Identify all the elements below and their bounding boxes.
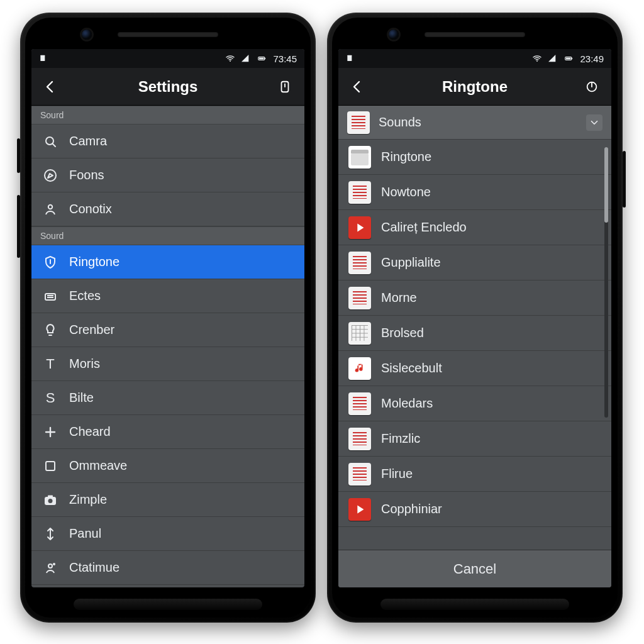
ringtone-item[interactable]: Copphiniar [338, 492, 611, 527]
ringtone-item-label: Flirue [381, 467, 413, 481]
ringtone-item[interactable]: Nowtone [338, 175, 611, 210]
app-bar: Ringtone [338, 68, 611, 106]
ringtone-item-label: Gupplialite [381, 255, 441, 270]
section-header: Sourd [31, 226, 304, 245]
shield-icon [42, 253, 59, 271]
signal-icon [240, 53, 250, 64]
settings-list: Sourd Camra Foons Conotix Sourd Ringtone… [31, 106, 304, 587]
cancel-label: Cancel [453, 561, 496, 577]
page-title: Ringtone [369, 78, 581, 96]
app-bar: Settings [31, 68, 304, 106]
ringtone-item[interactable]: Flirue [338, 457, 611, 492]
settings-item-label: Ringtone [69, 255, 119, 269]
bulb-icon [42, 321, 59, 339]
settings-item-ommeave[interactable]: Ommeave [31, 449, 304, 483]
back-button[interactable] [347, 76, 369, 97]
battery-icon [255, 54, 268, 63]
settings-item-label: Camra [69, 134, 107, 148]
wifi-icon [532, 53, 542, 64]
doc-icon [347, 111, 370, 134]
ringtone-item[interactable]: Fimzlic [338, 421, 611, 457]
doc-icon [348, 428, 371, 450]
doc-icon [348, 463, 371, 486]
search-icon [42, 133, 59, 150]
ringtone-item[interactable]: Gupplialite [338, 245, 611, 280]
settings-item-label: Moris [69, 357, 100, 371]
ringtone-list[interactable]: Ringtone Nowtone Calireț Encledo Gupplia… [338, 140, 611, 550]
glyph-icon: S [42, 390, 59, 406]
chevron-down-icon [586, 114, 602, 131]
settings-item-conotix[interactable]: Conotix [31, 192, 304, 226]
settings-item-crenber[interactable]: Crenber [31, 313, 304, 347]
settings-item-ctatimue[interactable]: Ctatimue [31, 551, 304, 585]
settings-item-cheard[interactable]: Cheard [31, 415, 304, 449]
music-icon [348, 357, 371, 380]
ringtone-item-label: Brolsed [381, 326, 424, 340]
play-icon [348, 498, 371, 521]
section-header: Sourd [31, 106, 304, 125]
status-time: 73:45 [273, 53, 297, 64]
settings-item-moris[interactable]: T Moris [31, 347, 304, 381]
phone-settings: 73:45 Settings Sourd Camra Foons Conotix [20, 13, 316, 623]
power-button[interactable] [581, 76, 602, 97]
settings-item-ringtone[interactable]: Ringtone [31, 245, 304, 279]
doc-icon [348, 181, 371, 204]
plus-icon [42, 423, 59, 441]
ringtone-item-label: Fimzlic [381, 431, 420, 446]
ringtone-item-label: Nowtone [381, 185, 431, 199]
updown-icon [42, 525, 59, 543]
ringtone-item-label: Copphiniar [381, 502, 442, 516]
settings-item-zimple[interactable]: Zimple [31, 483, 304, 517]
person-icon [42, 201, 59, 218]
ringtone-item-label: Sislecebult [381, 361, 442, 375]
signal-icon [547, 53, 557, 64]
ringtone-item[interactable]: Calireț Encledo [338, 210, 611, 245]
back-button[interactable] [40, 76, 62, 97]
ringtone-item-label: Calireț Encledo [381, 220, 467, 235]
settings-item-label: Zimple [69, 492, 107, 507]
status-note-icon [39, 54, 48, 63]
ringtone-item[interactable]: Ringtone [338, 140, 611, 175]
scrollbar[interactable] [604, 147, 608, 418]
personpin-icon [42, 559, 59, 577]
glyph-icon: T [42, 356, 59, 372]
settings-item-label: Cheard [69, 425, 111, 439]
settings-item-label: Crenber [69, 323, 114, 337]
sounds-label: Sounds [379, 115, 577, 130]
settings-item-foons[interactable]: Foons [31, 158, 304, 192]
ringtone-item[interactable]: Sislecebult [338, 351, 611, 386]
settings-item-label: Ommeave [69, 458, 127, 473]
battery-icon [562, 54, 575, 63]
grid-icon [348, 322, 371, 345]
status-time: 23:49 [580, 53, 604, 64]
settings-item-panul[interactable]: Panul [31, 517, 304, 551]
wifi-icon [225, 53, 235, 64]
settings-item-label: Ectes [69, 289, 101, 303]
settings-item-bilte[interactable]: S Bilte [31, 381, 304, 415]
settings-item-label: Conotix [69, 202, 112, 216]
sounds-dropdown[interactable]: Sounds [338, 106, 611, 140]
share-button[interactable] [274, 76, 296, 97]
settings-item-ectes[interactable]: Ectes [31, 279, 304, 313]
settings-item-label: Foons [69, 168, 104, 182]
page-title: Settings [62, 78, 274, 96]
settings-item-label: Ctatimue [69, 560, 119, 575]
square-icon [42, 457, 59, 475]
ringtone-item-label: Morne [381, 291, 417, 305]
camera-icon [42, 491, 59, 509]
status-note-icon [346, 54, 355, 63]
status-bar: 23:49 [338, 49, 611, 68]
bars-icon [42, 287, 59, 305]
doc-icon [348, 287, 371, 309]
ringtone-item[interactable]: Morne [338, 280, 611, 316]
status-bar: 73:45 [31, 49, 304, 68]
folder-icon [348, 146, 371, 169]
cancel-button[interactable]: Cancel [338, 550, 611, 587]
compass-icon [42, 167, 59, 184]
ringtone-item[interactable]: Moledars [338, 386, 611, 421]
settings-item-camra[interactable]: Camra [31, 125, 304, 158]
ringtone-item[interactable]: Brolsed [338, 316, 611, 351]
phone-ringtone: 23:49 Ringtone Sounds Ringtone [327, 13, 623, 623]
ringtone-item-label: Moledars [381, 396, 433, 411]
play-icon [348, 216, 371, 239]
